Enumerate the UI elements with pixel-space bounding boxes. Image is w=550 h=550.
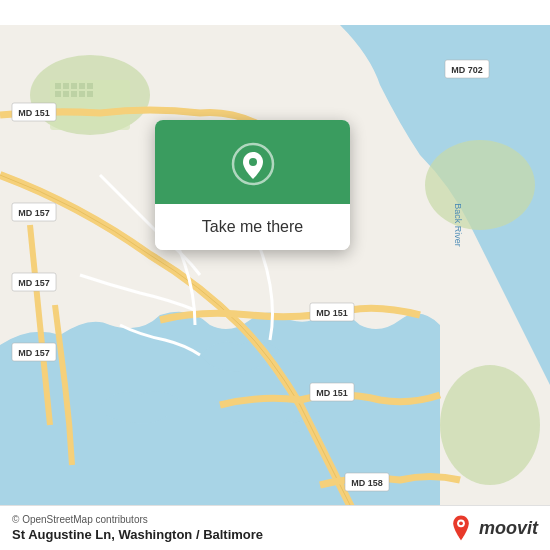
svg-rect-9 — [87, 83, 93, 89]
svg-rect-13 — [79, 91, 85, 97]
svg-rect-6 — [63, 83, 69, 89]
svg-point-2 — [425, 140, 535, 230]
popup-header — [155, 120, 350, 204]
svg-rect-12 — [71, 91, 77, 97]
map-background: MD 151 MD 157 MD 157 MD 157 MD 702 MD 15… — [0, 0, 550, 550]
svg-rect-8 — [79, 83, 85, 89]
svg-text:MD 157: MD 157 — [18, 208, 50, 218]
bottom-left: © OpenStreetMap contributors St Augustin… — [12, 514, 263, 542]
moovit-logo: moovit — [447, 514, 538, 542]
svg-text:MD 702: MD 702 — [451, 65, 483, 75]
svg-text:MD 151: MD 151 — [316, 388, 348, 398]
svg-rect-7 — [71, 83, 77, 89]
svg-text:MD 151: MD 151 — [18, 108, 50, 118]
svg-text:MD 157: MD 157 — [18, 278, 50, 288]
svg-rect-11 — [63, 91, 69, 97]
svg-point-35 — [459, 521, 463, 525]
svg-text:MD 151: MD 151 — [316, 308, 348, 318]
bottom-bar: © OpenStreetMap contributors St Augustin… — [0, 505, 550, 550]
svg-point-3 — [440, 365, 540, 485]
svg-text:Back River: Back River — [453, 203, 463, 247]
svg-text:MD 157: MD 157 — [18, 348, 50, 358]
osm-attribution: © OpenStreetMap contributors — [12, 514, 263, 525]
location-name: St Augustine Ln, Washington / Baltimore — [12, 527, 263, 542]
svg-text:MD 158: MD 158 — [351, 478, 383, 488]
svg-rect-14 — [87, 91, 93, 97]
take-me-there-button[interactable]: Take me there — [155, 204, 350, 250]
svg-point-33 — [249, 158, 257, 166]
map-container: MD 151 MD 157 MD 157 MD 157 MD 702 MD 15… — [0, 0, 550, 550]
popup-card: Take me there — [155, 120, 350, 250]
svg-rect-10 — [55, 91, 61, 97]
moovit-brand-text: moovit — [479, 518, 538, 539]
location-pin-icon — [231, 142, 275, 186]
svg-rect-5 — [55, 83, 61, 89]
moovit-pin-icon — [447, 514, 475, 542]
